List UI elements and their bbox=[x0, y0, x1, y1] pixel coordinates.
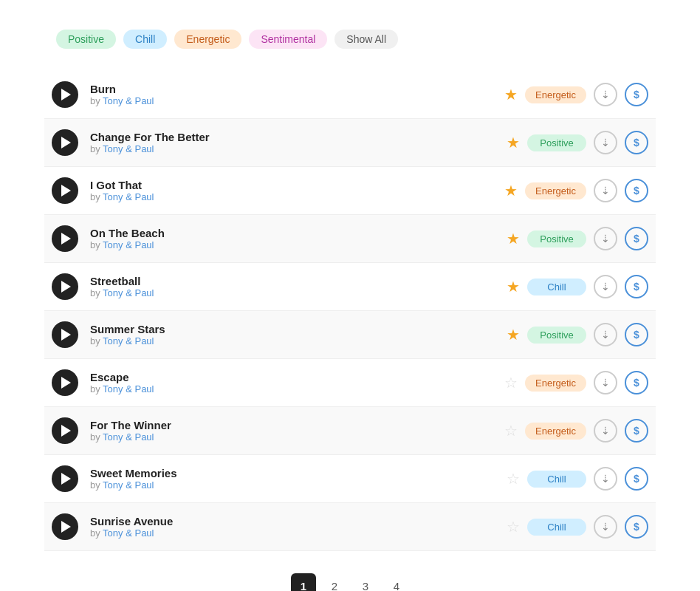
play-button-0[interactable] bbox=[52, 81, 78, 108]
download-button[interactable]: ⇣ bbox=[594, 323, 617, 346]
filter-btn-show-all[interactable]: Show All bbox=[334, 30, 398, 49]
artist-link[interactable]: Tony & Paul bbox=[103, 383, 154, 394]
star-icon[interactable]: ★ bbox=[507, 230, 520, 247]
buy-button[interactable]: $ bbox=[625, 515, 648, 539]
download-button[interactable]: ⇣ bbox=[594, 371, 617, 394]
play-button-6[interactable] bbox=[52, 369, 78, 396]
mood-badge: Positive bbox=[527, 134, 586, 151]
play-button-5[interactable] bbox=[52, 321, 78, 348]
mood-badge: Chill bbox=[527, 471, 586, 488]
play-button-3[interactable] bbox=[52, 225, 78, 252]
track-meta: ★Chill⇣$ bbox=[507, 275, 648, 298]
page-btn-2[interactable]: 2 bbox=[322, 573, 347, 591]
track-artist: by Tony & Paul bbox=[90, 191, 504, 202]
mood-badge: Energetic bbox=[525, 375, 586, 392]
track-title: For The Winner bbox=[90, 419, 504, 431]
mood-badge: Energetic bbox=[525, 182, 586, 199]
track-info: Sweet Memoriesby Tony & Paul bbox=[90, 467, 507, 491]
play-button-7[interactable] bbox=[52, 417, 78, 444]
track-artist: by Tony & Paul bbox=[90, 95, 504, 106]
track-title: Escape bbox=[90, 371, 504, 383]
track-artist: by Tony & Paul bbox=[90, 335, 507, 346]
artist-link[interactable]: Tony & Paul bbox=[103, 431, 154, 443]
buy-button[interactable]: $ bbox=[625, 467, 648, 491]
mood-badge: Energetic bbox=[525, 86, 586, 103]
track-artist: by Tony & Paul bbox=[90, 239, 507, 250]
play-button-9[interactable] bbox=[52, 513, 78, 540]
track-info: On The Beachby Tony & Paul bbox=[90, 227, 507, 250]
track-info: I Got Thatby Tony & Paul bbox=[90, 179, 504, 202]
artist-link[interactable]: Tony & Paul bbox=[103, 527, 154, 539]
filter-btn-positive[interactable]: Positive bbox=[56, 30, 116, 49]
filter-btn-sentimental[interactable]: Sentimental bbox=[249, 30, 327, 49]
page-btn-4[interactable]: 4 bbox=[384, 573, 409, 591]
play-button-2[interactable] bbox=[52, 177, 78, 204]
download-button[interactable]: ⇣ bbox=[594, 131, 617, 154]
artist-link[interactable]: Tony & Paul bbox=[103, 335, 154, 346]
play-button-8[interactable] bbox=[52, 465, 78, 492]
track-title: On The Beach bbox=[90, 227, 507, 239]
star-icon-empty[interactable]: ☆ bbox=[504, 374, 518, 392]
track-artist: by Tony & Paul bbox=[90, 479, 507, 491]
filter-btn-chill[interactable]: Chill bbox=[123, 30, 167, 49]
artist-link[interactable]: Tony & Paul bbox=[103, 287, 154, 298]
star-icon[interactable]: ★ bbox=[507, 278, 520, 296]
download-button[interactable]: ⇣ bbox=[594, 467, 617, 491]
artist-link[interactable]: Tony & Paul bbox=[103, 479, 154, 491]
artist-link[interactable]: Tony & Paul bbox=[103, 95, 154, 106]
track-meta: ★Positive⇣$ bbox=[507, 323, 648, 346]
buy-button[interactable]: $ bbox=[625, 83, 648, 106]
star-icon[interactable]: ★ bbox=[504, 86, 518, 103]
track-title: Sweet Memories bbox=[90, 467, 507, 479]
track-info: Burnby Tony & Paul bbox=[90, 83, 504, 106]
mood-badge: Chill bbox=[527, 519, 586, 536]
track-row: For The Winnerby Tony & Paul☆Energetic⇣$ bbox=[44, 407, 656, 455]
download-button[interactable]: ⇣ bbox=[594, 83, 617, 106]
track-title: Streetball bbox=[90, 275, 507, 287]
artist-link[interactable]: Tony & Paul bbox=[103, 239, 154, 250]
buy-button[interactable]: $ bbox=[625, 179, 648, 202]
buy-button[interactable]: $ bbox=[625, 275, 648, 298]
track-row: Change For The Betterby Tony & Paul★Posi… bbox=[44, 119, 656, 167]
download-button[interactable]: ⇣ bbox=[594, 275, 617, 298]
filter-btn-energetic[interactable]: Energetic bbox=[174, 30, 241, 49]
download-button[interactable]: ⇣ bbox=[594, 179, 617, 202]
buy-button[interactable]: $ bbox=[625, 371, 648, 394]
artist-link[interactable]: Tony & Paul bbox=[103, 191, 154, 202]
track-row: Summer Starsby Tony & Paul★Positive⇣$ bbox=[44, 311, 656, 359]
artist-link[interactable]: Tony & Paul bbox=[103, 143, 154, 154]
track-artist: by Tony & Paul bbox=[90, 287, 507, 298]
track-title: Summer Stars bbox=[90, 323, 507, 335]
star-icon-empty[interactable]: ☆ bbox=[504, 422, 518, 440]
page-btn-3[interactable]: 3 bbox=[353, 573, 378, 591]
track-artist: by Tony & Paul bbox=[90, 143, 507, 154]
mood-badge: Positive bbox=[527, 327, 586, 344]
star-icon-empty[interactable]: ☆ bbox=[507, 470, 520, 488]
play-button-1[interactable] bbox=[52, 129, 78, 156]
track-row: Burnby Tony & Paul★Energetic⇣$ bbox=[44, 71, 656, 119]
track-row: I Got Thatby Tony & Paul★Energetic⇣$ bbox=[44, 167, 656, 215]
download-button[interactable]: ⇣ bbox=[594, 227, 617, 250]
star-icon[interactable]: ★ bbox=[504, 182, 518, 199]
download-button[interactable]: ⇣ bbox=[594, 515, 617, 539]
track-row: On The Beachby Tony & Paul★Positive⇣$ bbox=[44, 215, 656, 263]
buy-button[interactable]: $ bbox=[625, 419, 648, 443]
star-icon[interactable]: ★ bbox=[507, 326, 520, 344]
buy-button[interactable]: $ bbox=[625, 131, 648, 154]
track-title: Change For The Better bbox=[90, 131, 507, 143]
track-info: Change For The Betterby Tony & Paul bbox=[90, 131, 507, 154]
play-button-4[interactable] bbox=[52, 273, 78, 300]
buy-button[interactable]: $ bbox=[625, 227, 648, 250]
star-icon[interactable]: ★ bbox=[507, 134, 520, 151]
track-row: Sunrise Avenueby Tony & Paul☆Chill⇣$ bbox=[44, 503, 656, 551]
track-meta: ☆Energetic⇣$ bbox=[504, 419, 648, 443]
buy-button[interactable]: $ bbox=[625, 323, 648, 346]
page-btn-1[interactable]: 1 bbox=[291, 573, 316, 591]
track-list: Burnby Tony & Paul★Energetic⇣$Change For… bbox=[44, 71, 656, 551]
track-row: Escapeby Tony & Paul☆Energetic⇣$ bbox=[44, 359, 656, 407]
pagination: 1234 bbox=[44, 573, 656, 591]
track-row: Sweet Memoriesby Tony & Paul☆Chill⇣$ bbox=[44, 455, 656, 503]
star-icon-empty[interactable]: ☆ bbox=[507, 518, 520, 536]
track-info: For The Winnerby Tony & Paul bbox=[90, 419, 504, 443]
download-button[interactable]: ⇣ bbox=[594, 419, 617, 443]
